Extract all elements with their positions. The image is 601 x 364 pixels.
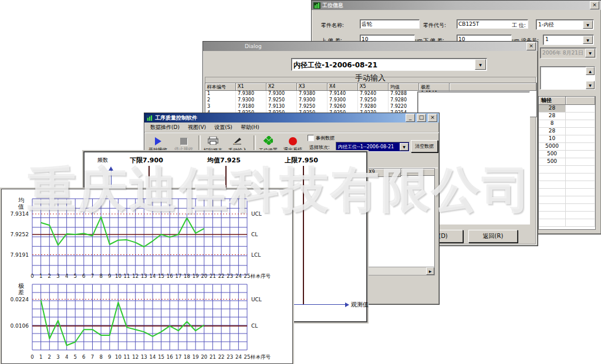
part-code-label: 零件代号: (423, 22, 446, 29)
device-select[interactable]: 1 ▼ (543, 35, 594, 45)
svg-text:8: 8 (99, 273, 102, 279)
svg-text:24: 24 (235, 273, 242, 279)
preview-listbox[interactable]: ▲ ▼ (540, 66, 595, 90)
sample-data-checkbox-row[interactable]: 事例数据 (308, 135, 335, 141)
column-header: X4 (327, 83, 358, 91)
column-header: X5 (358, 83, 389, 91)
column-header (450, 83, 536, 91)
upper-limit-line (303, 166, 304, 304)
return-button[interactable]: 返回(R) (468, 230, 518, 243)
svg-text:16: 16 (167, 354, 173, 360)
shift-select[interactable]: 内径工位--1--2006-08-21 ▼ (336, 142, 410, 152)
chevron-down-icon[interactable]: ▼ (583, 36, 593, 44)
menu-settings[interactable]: 设置(S) (211, 123, 236, 132)
chevron-down-icon[interactable]: ▼ (585, 49, 595, 57)
svg-text:10: 10 (115, 273, 121, 279)
menu-view[interactable]: 视图(V) (184, 123, 210, 132)
station-select-value: 1-内径 (538, 21, 583, 29)
svg-text:1: 1 (39, 354, 42, 360)
station-select[interactable]: 1-内径 ▼ (536, 19, 594, 30)
table-row (539, 174, 595, 181)
svg-text:7.9314: 7.9314 (11, 211, 29, 217)
svg-text:25: 25 (244, 354, 251, 360)
window-title: 工序质量控制软件 (155, 114, 404, 122)
svg-text:6: 6 (82, 273, 85, 279)
table-row (539, 181, 595, 189)
chevron-down-icon[interactable]: ▼ (400, 143, 408, 151)
svg-text:14: 14 (150, 354, 156, 360)
svg-text:22: 22 (218, 354, 225, 360)
table-row: 500 (539, 158, 595, 166)
scroll-down-icon[interactable]: ▼ (586, 81, 595, 89)
date-select[interactable]: 2006年 8月21日 ▼ (540, 47, 596, 59)
svg-text:11: 11 (124, 354, 130, 360)
menu-bar: 数据操作(D) 视图(V) 设置(S) 帮助(H) (144, 123, 439, 132)
dialog-table-head: 样本编号X1X2X3X4X5均值极差 (205, 83, 536, 91)
clear-data-button[interactable]: 清空数据 (411, 140, 438, 152)
svg-text:2: 2 (48, 273, 51, 279)
svg-text:5: 5 (73, 354, 76, 360)
table-row: 28 (539, 105, 595, 113)
column-header: 均值 (389, 83, 419, 91)
svg-text:25: 25 (244, 273, 251, 279)
table-row (539, 212, 595, 219)
svg-text:18: 18 (184, 273, 190, 279)
close-icon[interactable]: × (428, 114, 437, 122)
chevron-down-icon[interactable]: ▼ (475, 59, 486, 70)
svg-text:17: 17 (175, 273, 181, 279)
svg-text:5: 5 (73, 273, 76, 279)
mean-label: 均值7.925 (207, 156, 241, 165)
svg-text:4: 4 (65, 354, 68, 360)
maximize-icon[interactable]: □ (417, 114, 426, 122)
svg-text:24: 24 (235, 354, 242, 360)
shift-select-value: 内径工位-1-2006-08-21 (293, 60, 476, 70)
close-icon[interactable]: × (526, 42, 536, 50)
table-row (539, 219, 595, 227)
station-info-titlebar[interactable]: 工位信息 × (312, 1, 601, 10)
arrow-up-icon (109, 166, 113, 171)
svg-text:LCL: LCL (251, 252, 261, 258)
svg-text:0: 0 (31, 273, 33, 279)
svg-text:CL: CL (251, 232, 258, 237)
column-header (401, 169, 434, 176)
station-label: 工 位: (512, 22, 526, 29)
table-row: 28 (539, 128, 595, 135)
printer-icon (208, 137, 218, 146)
table-row (539, 189, 595, 196)
chart-app-icon (146, 113, 153, 123)
window-title: 工位信息 (322, 2, 588, 9)
dialog-titlebar[interactable]: Dialog × (203, 42, 538, 51)
svg-text:0.0224: 0.0224 (11, 297, 29, 302)
svg-text:8: 8 (99, 354, 102, 360)
column-header: 轴径 (539, 97, 566, 105)
svg-text:14: 14 (150, 273, 156, 279)
minimize-icon[interactable]: _ (406, 114, 415, 122)
table-row (539, 166, 595, 174)
close-icon[interactable]: × (590, 1, 599, 9)
scroll-up-icon[interactable]: ▲ (586, 67, 595, 75)
lower-limit-label: 下限7.900 (130, 156, 163, 165)
part-name-input[interactable] (360, 19, 420, 29)
upper-limit-label: 上限7.950 (285, 156, 318, 165)
clear-data-label: 清空数据 (415, 143, 434, 149)
svg-text:16: 16 (167, 273, 173, 279)
svg-text:极: 极 (18, 283, 24, 289)
menu-data-operation[interactable]: 数据操作(D) (147, 123, 183, 132)
svg-text:值: 值 (18, 203, 24, 210)
column-header: 极差 (419, 83, 450, 91)
xbar-chart-holder: UCLCLLCL7.93147.92527.919101234567891011… (2, 192, 291, 282)
svg-text:0.0106: 0.0106 (11, 323, 29, 329)
menu-help[interactable]: 帮助(H) (237, 123, 263, 132)
svg-text:7.9252: 7.9252 (11, 232, 29, 237)
sample-data-checkbox[interactable] (308, 135, 314, 141)
scroll-right-icon[interactable]: ▶ (426, 267, 434, 275)
pencil-icon (232, 137, 243, 146)
svg-text:3: 3 (56, 273, 59, 279)
svg-text:UCL: UCL (251, 211, 262, 217)
table-row: 500 (539, 151, 595, 158)
main-titlebar[interactable]: 工序质量控制软件 _ □ × (144, 113, 439, 123)
svg-text:17: 17 (175, 354, 181, 360)
shift-select[interactable]: 内径工位-1-2006-08-21 ▼ (291, 58, 487, 71)
svg-text:样本序号: 样本序号 (250, 273, 271, 279)
chevron-down-icon[interactable]: ▼ (583, 21, 593, 29)
